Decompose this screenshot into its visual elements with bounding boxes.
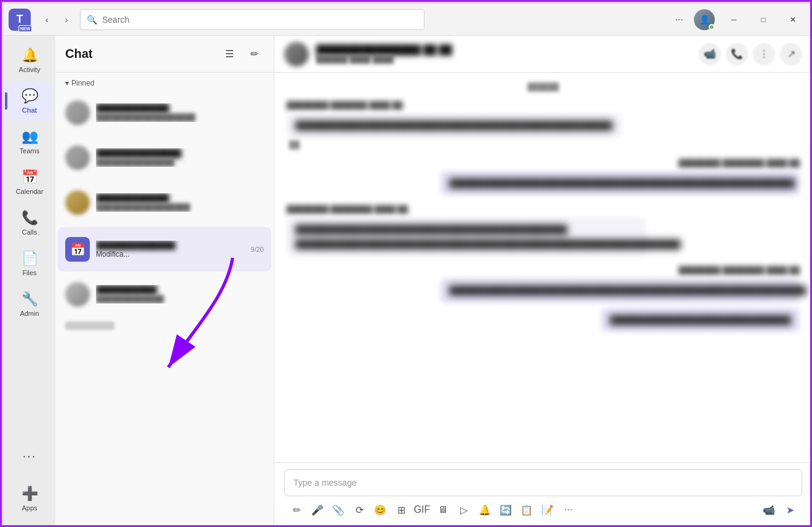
message-text: ████████████████████████████████████████…: [295, 223, 637, 236]
screen-share-button[interactable]: 🖥: [433, 500, 453, 520]
chat-icon: 💬: [22, 88, 38, 104]
avatar: [65, 100, 90, 125]
chat-info: ██████████ █████████████: [96, 285, 264, 304]
avatar: [65, 145, 90, 170]
apps-icon: ➕: [22, 486, 38, 502]
more-options-button[interactable]: ···: [669, 10, 689, 30]
calendar-label: Calendar: [16, 188, 44, 195]
filter-button[interactable]: ☰: [220, 44, 239, 64]
send-schedule-button[interactable]: ▷: [454, 500, 474, 520]
more-toolbar-button[interactable]: ···: [559, 500, 578, 520]
sidebar-item-activity[interactable]: 🔔 Activity: [7, 41, 52, 80]
activity-icon: 🔔: [22, 47, 38, 63]
attach-button[interactable]: 📎: [328, 500, 348, 520]
message-sender: ████████ ████████ ████ ██: [679, 266, 800, 275]
audio-button[interactable]: 🎤: [308, 500, 327, 520]
sidebar-item-calls[interactable]: 📞 Calls: [7, 203, 52, 243]
back-button[interactable]: ‹: [38, 11, 55, 28]
clipboard-button[interactable]: 📋: [517, 500, 536, 520]
gif-button[interactable]: GIF: [412, 500, 432, 520]
video-message-button[interactable]: 📹: [759, 500, 779, 520]
sidebar-item-apps[interactable]: ➕ Apps: [7, 479, 52, 518]
contact-info: ████████████████ ██ ██ ██████ ████ ████: [316, 44, 691, 63]
poll-button[interactable]: 🔄: [496, 500, 515, 520]
chat-preview: █████████████: [96, 295, 264, 304]
user-avatar-container: 👤: [694, 9, 715, 30]
message-sender: ████████ ████████ ████ ██: [679, 159, 800, 167]
format-button[interactable]: ✏: [287, 500, 306, 520]
admin-icon: 🔧: [22, 291, 38, 307]
note-button[interactable]: 📝: [538, 500, 557, 520]
admin-label: Admin: [20, 310, 39, 317]
section-label: [65, 321, 114, 330]
search-input[interactable]: [102, 15, 418, 25]
list-item-highlighted[interactable]: 📅 ██████████████ Modifica... 9/20: [58, 227, 271, 272]
praise-button[interactable]: 🔔: [475, 500, 495, 520]
files-label: Files: [22, 269, 36, 276]
maximize-button[interactable]: □: [749, 10, 778, 30]
pinned-section: ▾ Pinned: [55, 75, 274, 90]
chat-info: ████████████ ██████████████████: [96, 193, 264, 212]
minimize-button[interactable]: ─: [720, 10, 748, 30]
message-bubble-incoming: ████████████████████████████████████████…: [287, 217, 646, 256]
message-bubble-outgoing-2: ████████████████████████████████: [601, 308, 800, 332]
message-bubble-incoming: ████████████████████████████████████████…: [287, 113, 621, 138]
chat-panel-title: Chat: [65, 47, 215, 61]
chat-name: ████████████: [96, 193, 264, 203]
message-input[interactable]: Type a message: [284, 469, 802, 496]
chat-name: ██████████████: [96, 148, 264, 158]
chat-preview-highlighted: Modifica...: [96, 250, 251, 259]
sidebar-item-more[interactable]: ···: [7, 436, 52, 475]
new-badge: NEW: [18, 25, 32, 32]
audio-call-button[interactable]: 📞: [726, 43, 748, 65]
pinned-label[interactable]: ▾ Pinned: [65, 79, 264, 87]
list-item[interactable]: ████████████ ██████████████████: [58, 180, 271, 225]
new-chat-button[interactable]: ✏: [244, 44, 264, 64]
chat-panel: Chat ☰ ✏ ▾ Pinned ████████████: [55, 36, 274, 527]
files-icon: 📄: [22, 251, 38, 267]
chat-name: ██████████████: [96, 241, 251, 250]
chat-panel-header: Chat ☰ ✏: [55, 36, 274, 73]
sidebar-item-teams[interactable]: 👥 Teams: [7, 122, 52, 161]
nav-rail: 🔔 Activity 💬 Chat 👥 Teams 📅 Calendar 📞 C…: [4, 36, 55, 527]
sidebar-item-files[interactable]: 📄 Files: [7, 244, 52, 283]
close-button[interactable]: ✕: [779, 10, 807, 30]
calendar-icon: 📅: [22, 169, 38, 185]
teams-label: Teams: [20, 147, 39, 155]
sidebar-item-calendar[interactable]: 📅 Calendar: [7, 163, 52, 202]
list-item[interactable]: ██████████████ ███████████████: [58, 135, 271, 180]
activity-label: Activity: [19, 66, 41, 73]
avatar: [65, 282, 90, 307]
apps-label: Apps: [22, 504, 37, 512]
sticker-button[interactable]: ⊞: [391, 500, 411, 520]
messages-area: ██████ ████████ ███████ ████ ██ ████████…: [274, 73, 812, 462]
message-group: ████████ ████████ ████ ██ ██████████████…: [287, 159, 800, 196]
sidebar-item-admin[interactable]: 🔧 Admin: [7, 284, 52, 324]
header-actions: 📹 📞 ⋮ ↗: [699, 43, 802, 65]
more-icon: ···: [23, 449, 37, 463]
chat-list: ▾ Pinned ████████████ ██████████████████…: [55, 73, 274, 527]
user-status-indicator: [709, 24, 715, 30]
chat-info: ██████████████ Modifica...: [96, 241, 251, 259]
list-item[interactable]: ██████████ █████████████: [58, 272, 271, 316]
contact-name: ████████████████ ██ ██: [316, 44, 691, 55]
send-button[interactable]: ➤: [780, 500, 800, 520]
calls-label: Calls: [22, 228, 37, 236]
message-group: ████████ ████████ ████ ██ ██████████████…: [287, 266, 800, 332]
forward-button[interactable]: ›: [58, 11, 75, 28]
more-options-header-button[interactable]: ⋮: [753, 43, 775, 65]
message-group: ████████ ███████ ████ ██ ███████████████…: [287, 101, 800, 149]
message-text: ████████████████████████████████████████…: [295, 119, 613, 132]
nav-arrows: ‹ ›: [38, 11, 75, 28]
message-text: ████████████████████████████████████████…: [449, 284, 791, 297]
calls-icon: 📞: [22, 210, 38, 226]
emoji-button[interactable]: 😊: [370, 500, 390, 520]
chat-preview: ███████████████: [96, 158, 264, 167]
loop-button[interactable]: ⟳: [349, 500, 369, 520]
list-item[interactable]: ████████████ ███████████████████: [58, 91, 271, 135]
share-button[interactable]: ↗: [780, 43, 802, 65]
message-bubble-outgoing: ████████████████████████████████████████…: [440, 278, 800, 303]
sidebar-item-chat[interactable]: 💬 Chat: [7, 81, 52, 121]
chat-name: ██████████: [96, 285, 264, 295]
video-call-button[interactable]: 📹: [699, 43, 721, 65]
